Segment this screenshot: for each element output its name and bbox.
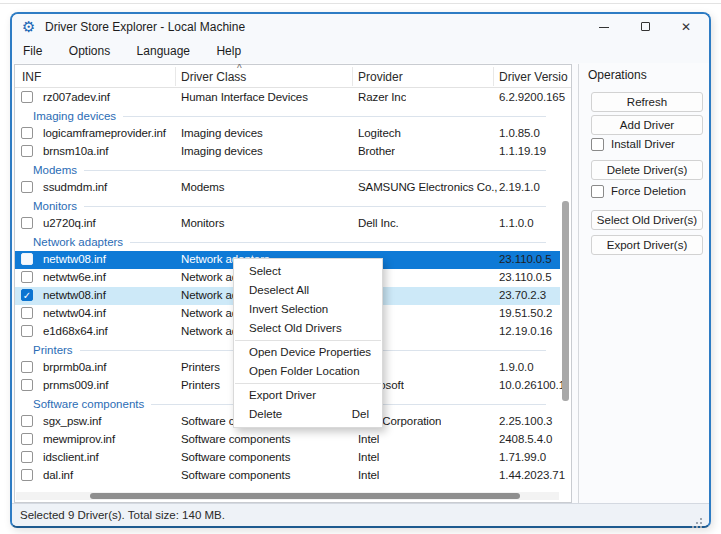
row-checkbox[interactable] (21, 91, 33, 103)
version-cell: 23.110.0.5 (499, 253, 552, 265)
table-header: INF Driver Class ^ Provider Driver Versi… (15, 65, 571, 88)
add-driver-button[interactable]: Add Driver (591, 115, 703, 135)
context-menu-item-open-device-properties[interactable]: Open Device Properties (234, 343, 382, 362)
column-header-inf[interactable]: INF (22, 70, 41, 84)
table-row[interactable]: logicamframeprovider.inf Imaging devices… (15, 125, 560, 143)
table-row[interactable]: mewmiprov.inf Software components Intel … (15, 431, 560, 449)
row-checkbox-checked[interactable]: ✓ (21, 289, 33, 301)
context-menu-item-invert-selection[interactable]: Invert Selection (234, 300, 382, 319)
column-divider[interactable] (352, 67, 353, 86)
title-bar[interactable]: ⚙ Driver Store Explorer - Local Machine … (12, 14, 709, 40)
status-text: Selected 9 Driver(s). Total size: 140 MB… (20, 509, 225, 521)
driver-class-cell: Printers (181, 361, 220, 373)
panel-splitter[interactable] (578, 64, 579, 503)
menu-help[interactable]: Help (205, 40, 252, 63)
provider-cell: Dell Inc. (358, 217, 399, 229)
row-checkbox[interactable] (21, 307, 33, 319)
row-checkbox[interactable] (21, 253, 33, 265)
context-menu-item-deselect-all[interactable]: Deselect All (234, 281, 382, 300)
status-bar: Selected 9 Driver(s). Total size: 140 MB… (12, 503, 709, 526)
version-cell: 23.70.2.3 (499, 289, 546, 301)
menu-shortcut: Del (352, 405, 369, 424)
checkbox-box[interactable] (591, 185, 604, 198)
inf-cell: netwtw04.inf (43, 307, 106, 319)
driver-class-cell: Software components (181, 451, 290, 463)
inf-cell: netwtw6e.inf (43, 271, 106, 283)
refresh-button[interactable]: Refresh (591, 92, 703, 112)
row-checkbox[interactable] (21, 127, 33, 139)
sort-ascending-icon: ^ (237, 63, 242, 74)
version-cell: 1.44.2023.71 (499, 469, 565, 481)
column-divider[interactable] (493, 67, 494, 86)
group-divider (84, 170, 546, 171)
table-row[interactable]: dal.inf Software components Intel 1.44.2… (15, 467, 560, 485)
group-divider (130, 242, 546, 243)
delete-drivers-button[interactable]: Delete Driver(s) (591, 160, 703, 180)
minimize-button[interactable] (587, 14, 621, 40)
driver-class-cell: Software components (181, 433, 290, 445)
table-row[interactable]: ssudmdm.inf Modems SAMSUNG Electronics C… (15, 179, 560, 197)
row-checkbox[interactable] (21, 145, 33, 157)
resize-grip-icon[interactable] (700, 518, 702, 520)
group-row: Imaging devices (15, 107, 560, 125)
row-checkbox[interactable] (21, 379, 33, 391)
checkbox-label: Force Deletion (611, 185, 686, 197)
table-row[interactable]: brnsm10a.inf Imaging devices Brother 1.1… (15, 143, 560, 161)
minimize-icon (599, 27, 609, 28)
row-checkbox[interactable] (21, 415, 33, 427)
inf-cell: mewmiprov.inf (43, 433, 115, 445)
row-checkbox[interactable] (21, 361, 33, 373)
row-checkbox[interactable] (21, 271, 33, 283)
group-label: Imaging devices (33, 110, 116, 122)
maximize-button[interactable] (629, 14, 663, 40)
row-checkbox[interactable] (21, 181, 33, 193)
app-gear-icon: ⚙ (22, 18, 35, 35)
table-row[interactable]: idsclient.inf Software components Intel … (15, 449, 560, 467)
provider-cell: Razer Inc (358, 91, 406, 103)
vertical-scrollbar[interactable] (562, 201, 569, 401)
select-old-drivers-button[interactable]: Select Old Driver(s) (591, 210, 703, 230)
check-icon: ✓ (23, 290, 31, 301)
column-divider[interactable] (175, 67, 176, 86)
inf-cell: prnms009.inf (43, 379, 108, 391)
export-drivers-button[interactable]: Export Driver(s) (591, 235, 703, 255)
provider-cell: Intel (358, 469, 379, 481)
context-menu-separator (235, 340, 381, 341)
group-divider (84, 206, 546, 207)
table-row[interactable]: rz007adev.inf Human Interface Devices Ra… (15, 89, 560, 107)
checkbox-box[interactable] (591, 138, 604, 151)
version-cell: 12.19.0.16 (499, 325, 552, 337)
row-checkbox[interactable] (21, 325, 33, 337)
version-cell: 23.110.0.5 (499, 271, 552, 283)
horizontal-scrollbar[interactable] (90, 493, 520, 499)
column-header-provider[interactable]: Provider (358, 70, 403, 84)
row-checkbox[interactable] (21, 433, 33, 445)
group-label: Software components (33, 398, 144, 410)
context-menu-item-select[interactable]: Select (234, 262, 382, 281)
operations-title: Operations (588, 68, 647, 82)
close-button[interactable]: ✕ (669, 14, 703, 40)
inf-cell: netwtw08.inf (43, 253, 106, 265)
table-row[interactable]: u2720q.inf Monitors Dell Inc. 1.1.0.0 (15, 215, 560, 233)
row-checkbox[interactable] (21, 469, 33, 481)
inf-cell: dal.inf (43, 469, 73, 481)
close-icon: ✕ (681, 20, 691, 34)
context-menu-item-open-folder-location[interactable]: Open Folder Location (234, 362, 382, 381)
context-menu-item-select-old-drivers[interactable]: Select Old Drivers (234, 319, 382, 338)
row-checkbox[interactable] (21, 217, 33, 229)
context-menu-item-delete[interactable]: Delete Del (234, 405, 382, 424)
group-row: Modems (15, 161, 560, 179)
version-cell: 19.51.50.2 (499, 307, 552, 319)
column-header-driver-version[interactable]: Driver Versio (499, 70, 568, 84)
version-cell: 1.9.0.0 (499, 361, 533, 373)
group-label: Modems (33, 164, 77, 176)
inf-cell: ssudmdm.inf (43, 181, 107, 193)
group-row: Network adapters (15, 233, 560, 251)
menu-options[interactable]: Options (58, 40, 121, 63)
provider-cell: Intel (358, 451, 379, 463)
context-menu-item-export-driver[interactable]: Export Driver (234, 386, 382, 405)
row-checkbox[interactable] (21, 451, 33, 463)
menu-language[interactable]: Language (126, 40, 201, 63)
provider-cell: Intel (358, 433, 379, 445)
menu-file[interactable]: File (12, 40, 53, 63)
